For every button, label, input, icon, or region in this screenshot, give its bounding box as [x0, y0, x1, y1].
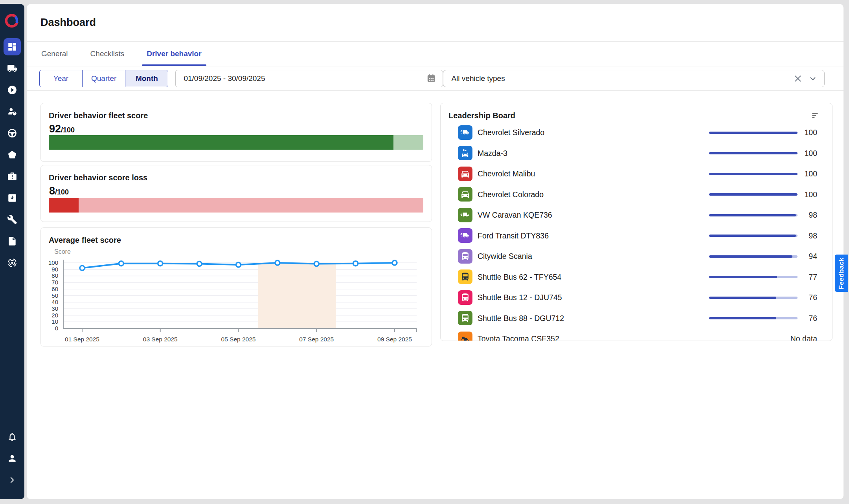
- svg-text:90: 90: [51, 266, 58, 273]
- main-panel: Dashboard GeneralChecklistsDriver behavi…: [27, 4, 843, 499]
- vehicle-score: 98: [755, 211, 817, 220]
- date-range-input[interactable]: 01/09/2025 - 30/09/2025: [175, 70, 443, 87]
- sidebar-item-steering-wheel[interactable]: [4, 128, 21, 139]
- svg-text:60: 60: [51, 286, 58, 292]
- period-quarter-button[interactable]: Quarter: [82, 70, 125, 87]
- calendar-icon[interactable]: [426, 73, 436, 84]
- vehicle-name: VW Caravan KQE736: [478, 211, 552, 220]
- vehicle-score: 100: [755, 169, 817, 178]
- vehicle-score: 98: [755, 231, 817, 240]
- vehicle-name: Chevrolet Colorado: [478, 190, 544, 199]
- sidebar-item-radar[interactable]: [4, 257, 21, 268]
- vehicle-score: 77: [755, 272, 817, 281]
- sidebar-item-driver-person[interactable]: [4, 106, 21, 117]
- bus-icon: [458, 290, 472, 305]
- score-loss-bar: [49, 198, 423, 213]
- tab-driver-behavior[interactable]: Driver behavior: [143, 42, 205, 66]
- sidebar-item-fleet-truck[interactable]: [4, 63, 21, 74]
- chevron-right-icon: [7, 475, 17, 485]
- car-key-icon: [458, 146, 472, 160]
- wrench-icon: [7, 214, 17, 225]
- tab-bar: GeneralChecklistsDriver behavior: [27, 42, 843, 66]
- sidebar-item-person[interactable]: [4, 453, 21, 464]
- leaderboard-row[interactable]: Ford Transit DTY83698: [441, 228, 832, 243]
- leaderboard-row[interactable]: Shuttle Bus 62 - TFY65477: [441, 269, 832, 284]
- sidebar-item-bell[interactable]: [4, 431, 21, 442]
- app-logo-icon: [4, 12, 21, 29]
- page-title: Dashboard: [40, 16, 96, 29]
- sidebar-item-pentagon[interactable]: [4, 149, 21, 160]
- page-header: Dashboard: [27, 4, 843, 42]
- sidebar-item-wrench[interactable]: [4, 214, 21, 225]
- sidebar-item-file[interactable]: [4, 236, 21, 247]
- svg-text:40: 40: [51, 299, 58, 305]
- feedback-label: Feedback: [838, 257, 845, 289]
- filter-bar: YearQuarterMonth 01/09/2025 - 30/09/2025…: [27, 66, 843, 91]
- period-year-button[interactable]: Year: [40, 70, 82, 87]
- score-loss-card: Driver behavior score loss 8/100: [40, 165, 432, 222]
- leaderboard-row[interactable]: Chevrolet Silverado100: [441, 125, 832, 140]
- leaderboard-row[interactable]: VW Caravan KQE73698: [441, 208, 832, 222]
- leaderboard-row[interactable]: Chevrolet Malibu100: [441, 167, 832, 181]
- svg-text:05 Sep 2025: 05 Sep 2025: [221, 336, 256, 343]
- vehicle-score: No data: [755, 334, 817, 341]
- svg-text:100: 100: [48, 259, 58, 266]
- vehicle-name: Shuttle Bus 88 - DGU712: [478, 313, 564, 323]
- car-icon: [458, 187, 472, 202]
- sidebar-item-chevron-right[interactable]: [4, 475, 21, 486]
- sidebar-nav: [4, 41, 21, 279]
- play-circle-icon: [7, 85, 17, 95]
- vehicle-score: 94: [755, 252, 817, 261]
- sidebar-item-save-download[interactable]: [4, 192, 21, 203]
- dashboard-icon: [7, 42, 17, 52]
- leadership-board-card: Leadership Board Chevrolet Silverado100M…: [440, 103, 832, 341]
- sidebar: [0, 4, 24, 499]
- vehicle-name: Chevrolet Malibu: [478, 169, 535, 178]
- chevron-down-icon[interactable]: [808, 73, 818, 84]
- feedback-button[interactable]: Feedback: [835, 255, 848, 292]
- clear-icon[interactable]: [793, 73, 803, 84]
- sidebar-item-play-circle[interactable]: [4, 84, 21, 95]
- vehicle-score: 76: [755, 313, 817, 323]
- bus-icon: [458, 249, 472, 264]
- tab-general[interactable]: General: [37, 42, 72, 66]
- truck-fast-icon: [458, 125, 472, 140]
- svg-text:80: 80: [51, 272, 58, 279]
- leaderboard-row[interactable]: Shuttle Bus 12 - DJU74576: [441, 290, 832, 305]
- leaderboard-row[interactable]: Shuttle Bus 88 - DGU71276: [441, 311, 832, 325]
- tab-checklists[interactable]: Checklists: [86, 42, 129, 66]
- steering-wheel-icon: [7, 128, 17, 138]
- person-icon: [7, 453, 17, 464]
- fleet-score-title: Driver behavior fleet score: [49, 111, 148, 120]
- vehicle-name: Citywide Scania: [478, 252, 532, 261]
- sidebar-item-dashboard[interactable]: [4, 38, 21, 55]
- vehicle-name: Shuttle Bus 12 - DJU745: [478, 293, 562, 302]
- vehicle-name: Shuttle Bus 62 - TFY654: [478, 272, 561, 281]
- file-icon: [7, 236, 17, 246]
- leaderboard-row[interactable]: Toyota Tacoma CSF352No data: [441, 332, 832, 341]
- svg-text:50: 50: [51, 292, 58, 299]
- svg-text:10: 10: [51, 318, 58, 325]
- period-month-button[interactable]: Month: [125, 70, 168, 87]
- fleet-score-bar: [49, 135, 423, 150]
- tractor-icon: [458, 332, 472, 341]
- leaderboard-row[interactable]: Citywide Scania94: [441, 249, 832, 264]
- car-icon: [458, 167, 472, 181]
- svg-text:Score: Score: [54, 248, 71, 255]
- save-download-icon: [7, 193, 17, 203]
- sidebar-item-briefcase-alert[interactable]: [4, 171, 21, 182]
- bell-icon: [7, 432, 17, 442]
- leaderboard-row[interactable]: Chevrolet Colorado100: [441, 187, 832, 202]
- vehicle-type-select[interactable]: All vehicle types: [443, 70, 825, 87]
- score-loss-value: 8/100: [49, 185, 69, 197]
- leaderboard-row[interactable]: Mazda-3100: [441, 146, 832, 160]
- svg-text:70: 70: [51, 279, 58, 286]
- vehicle-score: 100: [755, 148, 817, 158]
- vehicle-score: 76: [755, 293, 817, 302]
- vehicle-name: Chevrolet Silverado: [478, 128, 544, 137]
- bus-icon: [458, 269, 472, 284]
- radar-icon: [7, 258, 17, 268]
- sidebar-nav-bottom: [4, 431, 21, 496]
- svg-text:03 Sep 2025: 03 Sep 2025: [143, 336, 178, 343]
- score-loss-bar-fill: [49, 198, 79, 213]
